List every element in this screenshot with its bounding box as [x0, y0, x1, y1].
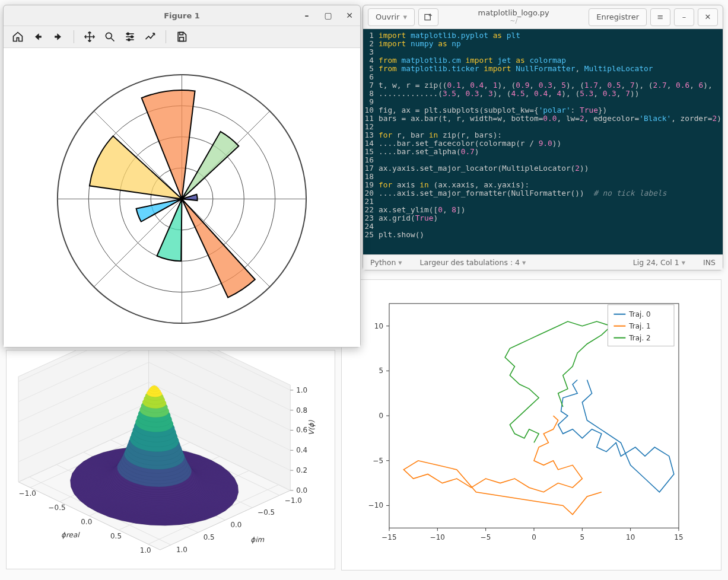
- svg-text:1.0: 1.0: [140, 546, 151, 554]
- arrow-left-icon: [32, 31, 44, 43]
- line-number: 9: [363, 98, 377, 106]
- menu-button[interactable]: ≡: [650, 8, 670, 26]
- pan-button[interactable]: [81, 28, 98, 45]
- code-line: 17ax.yaxis.set_major_locator(MultipleLoc…: [363, 164, 723, 173]
- language-selector[interactable]: Python: [370, 258, 402, 267]
- configure-button[interactable]: [122, 28, 138, 45]
- svg-rect-10: [180, 33, 183, 35]
- line-number: 5: [363, 65, 377, 73]
- code-line: 14....bar.set_facecolor(colormap(r / 9.0…: [363, 139, 723, 148]
- toolbar-separator: [166, 30, 166, 43]
- svg-text:Traj. 1: Traj. 1: [628, 322, 650, 330]
- save-button[interactable]: Enregistrer: [589, 8, 647, 26]
- code-line: 13for r, bar in zip(r, bars):: [363, 131, 723, 139]
- svg-text:Traj. 0: Traj. 0: [628, 310, 650, 318]
- polar-chart: [4, 48, 360, 347]
- trajectory-chart: −15−10−5051015−10−50510Traj. 0Traj. 1Tra…: [342, 280, 721, 570]
- line-number: 24: [363, 222, 377, 231]
- code-line: 4from matplotlib.cm import jet as colorm…: [363, 56, 723, 65]
- line-number: 20: [363, 189, 377, 197]
- new-tab-button[interactable]: [418, 8, 438, 26]
- minimize-icon: –: [305, 11, 309, 20]
- tab-filepath: ~/: [442, 18, 585, 25]
- save-icon: [176, 31, 187, 43]
- code-line: 23ax.grid(True): [363, 214, 723, 222]
- arrow-right-icon: [52, 31, 64, 43]
- svg-text:−5: −5: [373, 457, 383, 465]
- code-line: 10fig, ax = plt.subplots(subplot_kw={'po…: [363, 106, 723, 114]
- svg-text:0.5: 0.5: [110, 532, 122, 540]
- svg-rect-11: [180, 37, 184, 42]
- window-maximize-button[interactable]: ▢: [320, 8, 336, 23]
- svg-text:1.0: 1.0: [296, 386, 307, 394]
- svg-text:1.0: 1.0: [176, 546, 187, 554]
- code-line: 6: [363, 73, 723, 81]
- zoom-button[interactable]: [101, 28, 118, 45]
- svg-rect-1: [55, 36, 59, 37]
- svg-point-9: [128, 39, 130, 40]
- tab-width-selector[interactable]: Largeur des tabulations : 4: [420, 258, 526, 267]
- line-number: 21: [363, 197, 377, 206]
- close-icon: ✕: [346, 11, 353, 20]
- chevron-down-icon: ▾: [403, 12, 407, 21]
- code-line: 12: [363, 123, 723, 131]
- svg-text:−15: −15: [382, 533, 396, 541]
- code-line: 8.............(3.5, 0.3, 3), (4.5, 0.4, …: [363, 90, 723, 98]
- line-number: 3: [363, 48, 377, 56]
- surface3d-chart: −1.0−0.50.00.51.0−1.0−0.50.00.51.00.00.2…: [7, 350, 335, 569]
- code-editor[interactable]: 1import matplotlib.pyplot as plt2import …: [363, 29, 723, 254]
- window-close-button[interactable]: ✕: [341, 8, 358, 23]
- line-number: 7: [363, 81, 377, 90]
- hamburger-icon: ≡: [657, 12, 664, 21]
- editor-minimize-button[interactable]: –: [674, 8, 694, 26]
- line-number: 8: [363, 90, 377, 98]
- edit-button[interactable]: [142, 28, 158, 45]
- editor-close-button[interactable]: ✕: [698, 8, 718, 26]
- home-button[interactable]: [9, 28, 26, 45]
- line-number: 16: [363, 156, 377, 164]
- sliders-icon: [124, 31, 136, 43]
- svg-text:−1.0: −1.0: [19, 489, 36, 498]
- chart-line-icon: [144, 31, 156, 43]
- code-line: 18: [363, 173, 723, 181]
- svg-text:5: 5: [379, 367, 383, 375]
- svg-text:Traj. 2: Traj. 2: [628, 334, 650, 342]
- editor-tab[interactable]: matplotlib_logo.py ~/: [442, 9, 585, 24]
- figure-title: Figure 1: [164, 11, 200, 20]
- back-button[interactable]: [30, 28, 46, 45]
- code-line: 3: [363, 48, 723, 56]
- svg-text:15: 15: [674, 533, 683, 541]
- svg-rect-0: [37, 36, 42, 37]
- cursor-position[interactable]: Lig 24, Col 1: [633, 258, 685, 267]
- code-line: 24: [363, 222, 723, 231]
- editor-statusbar: Python Largeur des tabulations : 4 Lig 2…: [363, 254, 723, 270]
- svg-text:10: 10: [626, 533, 635, 541]
- code-line: 7t, w, r = zip((0.1, 0.4, 1), (0.9, 0.3,…: [363, 81, 723, 90]
- line-number: 15: [363, 148, 377, 156]
- forward-button[interactable]: [50, 28, 66, 45]
- svg-text:0: 0: [379, 412, 383, 420]
- editor-window: Ouvrir ▾ matplotlib_logo.py ~/ Enregistr…: [363, 5, 723, 270]
- svg-text:ɸreal: ɸreal: [61, 531, 80, 539]
- figure-titlebar[interactable]: Figure 1 – ▢ ✕: [4, 5, 360, 26]
- save-figure-button[interactable]: [173, 28, 190, 45]
- svg-text:0.4: 0.4: [296, 446, 307, 454]
- svg-point-5: [127, 33, 129, 34]
- close-icon: ✕: [705, 12, 711, 21]
- code-line: 15....bar.set_alpha(0.7): [363, 148, 723, 156]
- code-line: 19for axis in (ax.xaxis, ax.yaxis):: [363, 181, 723, 189]
- open-button[interactable]: Ouvrir ▾: [368, 8, 415, 26]
- insert-mode: INS: [703, 258, 716, 267]
- window-minimize-button[interactable]: –: [298, 8, 315, 23]
- surface3d-panel: −1.0−0.50.00.51.0−1.0−0.50.00.51.00.00.2…: [6, 350, 335, 569]
- code-line: 9: [363, 98, 723, 106]
- open-label: Ouvrir: [376, 12, 399, 21]
- code-line: 21: [363, 197, 723, 206]
- minimize-icon: –: [682, 12, 686, 21]
- svg-point-2: [106, 33, 112, 39]
- figure-canvas[interactable]: [4, 48, 360, 347]
- svg-text:5: 5: [580, 533, 585, 541]
- svg-text:−5: −5: [481, 533, 491, 541]
- new-tab-icon: [424, 12, 433, 22]
- line-number: 19: [363, 181, 377, 189]
